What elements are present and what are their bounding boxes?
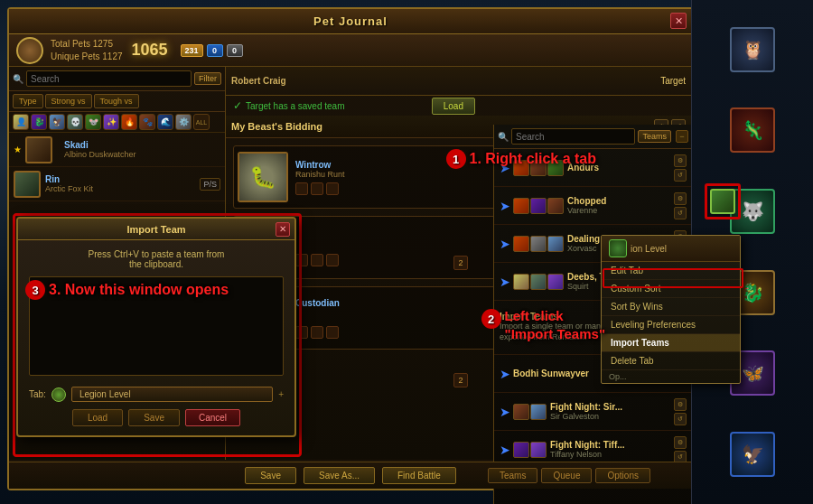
options-button[interactable]: Options: [595, 468, 649, 483]
team-pet-icon-ft2: [530, 442, 547, 458]
bottom-bar: Save Save As... Find Battle Teams Queue …: [9, 462, 692, 489]
dialog-tab-icon: [51, 387, 66, 402]
gear-icon-chopped-1[interactable]: ⚙: [674, 192, 687, 205]
context-import-teams[interactable]: Import Teams: [602, 334, 740, 352]
search-icon: 🔍: [13, 74, 23, 84]
gear-icon-fs-1[interactable]: ⚙: [674, 398, 687, 411]
type-icon-dragon[interactable]: 🐉: [31, 114, 47, 130]
team-list-chopped[interactable]: ➤ Chopped Varenne ⚙ ↺: [494, 187, 692, 225]
context-delete-tab[interactable]: Delete Tab: [602, 352, 740, 370]
team-pet-icon-d1: [513, 236, 529, 252]
team-chopped-info: Chopped Varenne: [567, 196, 674, 215]
context-edit-tab[interactable]: Edit Tab: [602, 262, 740, 280]
import-team-dialog: Import Team ✕ Press Ctrl+V to paste a te…: [16, 217, 296, 437]
team-fight-tiff-info: Fight Night: Tiff... Tiffany Nelson: [550, 440, 674, 459]
gear-icon-fs-2[interactable]: ↺: [674, 413, 687, 425]
pet-list-item-skadi[interactable]: ★ Skadi Albino Duskwatcher: [9, 133, 225, 167]
load-button[interactable]: Load: [432, 98, 475, 115]
team-fight-tiff-sub: Tiffany Nelson: [550, 450, 674, 459]
team-pet-icons-dealing: [513, 236, 564, 252]
team-pet-icons-chopped: [513, 198, 564, 214]
team-pet-icons-deebs: [513, 274, 564, 290]
context-leveling-prefs[interactable]: Leveling Preferences: [602, 316, 740, 334]
find-battle-button[interactable]: Find Battle: [382, 467, 456, 484]
star-icon-skadi: ★: [14, 145, 22, 154]
type-icons-row: 👤 🐉 🦅 💀 🐭 ✨ 🔥 🐾 🌊 ⚙️ ALL: [9, 112, 225, 133]
player-name: Robert Craig: [231, 76, 286, 86]
type-icon-aquatic[interactable]: 🌊: [157, 114, 173, 130]
save-button[interactable]: Save: [245, 467, 296, 484]
save-as-button[interactable]: Save As...: [304, 467, 375, 484]
team-fight-tiff-name: Fight Night: Tiff...: [550, 440, 674, 450]
queue-button[interactable]: Queue: [541, 468, 592, 483]
journal-header: Total Pets 1275 Unique Pets 1127 1065 23…: [9, 34, 692, 67]
team-pet-icon-c1: [513, 198, 529, 214]
teams-tab-button-bottom[interactable]: Teams: [488, 468, 537, 483]
context-tab-icon: [609, 239, 627, 257]
ability-icon-8: [311, 326, 323, 339]
team-pet-icon-3: [547, 160, 564, 176]
ability-icon-6: [326, 254, 339, 266]
teams-search-input[interactable]: [511, 128, 635, 145]
tab-type[interactable]: Type: [13, 94, 43, 108]
dialog-save-button[interactable]: Save: [128, 409, 180, 426]
team-pet-icon-c3: [547, 198, 564, 214]
gear-icon-ft-1[interactable]: ⚙: [674, 436, 687, 449]
team-andurs-name: Andurs: [567, 163, 674, 173]
type-icon-elemental[interactable]: 🔥: [121, 114, 137, 130]
count-badge-1: 231: [181, 44, 203, 57]
dialog-close-button[interactable]: ✕: [276, 222, 290, 237]
type-icon-critter[interactable]: 🐭: [85, 114, 101, 130]
dialog-buttons: Load Save Cancel: [29, 409, 284, 426]
dialog-textarea[interactable]: [29, 276, 284, 376]
type-icon-beast[interactable]: 🐾: [139, 114, 155, 130]
team-pet-icon-db2: [530, 274, 547, 290]
team-fight-sir-gear: ⚙ ↺: [674, 398, 687, 425]
close-button[interactable]: ✕: [670, 13, 687, 29]
dialog-tab-name: Legion Level: [71, 387, 273, 402]
team-pet-icon-d2: [530, 236, 547, 252]
arrow-icon-deebs: ➤: [500, 275, 510, 289]
teams-tab-button[interactable]: Teams: [638, 130, 671, 143]
slot-3-number: 2: [453, 373, 468, 387]
type-icon-flying[interactable]: 🦅: [49, 114, 65, 130]
gear-icon-chopped-2[interactable]: ↺: [674, 207, 687, 219]
team-list-andurs[interactable]: ➤ Andurs ⚙ ↺: [494, 149, 692, 187]
target-saved-row: ✓ Target has a saved team Load: [226, 96, 691, 116]
type-icon-magic[interactable]: ✨: [103, 114, 119, 130]
pet-icon-skadi: [25, 136, 52, 163]
target-label[interactable]: Target: [660, 76, 686, 86]
gear-icon-andurs-1[interactable]: ⚙: [674, 154, 687, 167]
context-custom-sort[interactable]: Custom Sort: [602, 280, 740, 298]
type-icon-humanoid[interactable]: 👤: [13, 114, 29, 130]
type-icon-undead[interactable]: 💀: [67, 114, 83, 130]
arrow-icon-dealing: ➤: [500, 237, 510, 251]
team-pet-icon-ft1: [513, 442, 529, 458]
count-badge-3: 0: [227, 44, 243, 57]
dialog-tab-label: Tab:: [29, 389, 46, 399]
type-icon-all[interactable]: ALL: [193, 114, 210, 130]
check-icon: ✓: [233, 99, 242, 112]
journal-header-icon: [16, 37, 43, 64]
pet-skadi-subname: Albino Duskwatcher: [64, 150, 220, 159]
dialog-load-button[interactable]: Load: [72, 409, 123, 426]
dialog-instruction: Press Ctrl+V to paste a team from the cl…: [29, 249, 284, 269]
pet-rin-subname: Arctic Fox Kit: [45, 184, 200, 193]
team-pet-icon-fs2: [530, 404, 547, 420]
team-header-bar: Robert Craig Target: [226, 67, 691, 96]
count-badge-2: 0: [207, 44, 223, 57]
tab-strong-vs[interactable]: Strong vs: [45, 94, 92, 108]
team-chopped-name: Chopped: [567, 196, 674, 206]
tab-tough-vs[interactable]: Tough vs: [94, 94, 139, 108]
team-list-fight-sir[interactable]: ➤ Fight Night: Sir... Sir Galveston ⚙ ↺: [494, 393, 692, 431]
context-sort-wins[interactable]: Sort By Wins: [602, 298, 740, 316]
gear-icon-andurs-2[interactable]: ↺: [674, 169, 687, 182]
pet-search-input[interactable]: [26, 70, 192, 87]
dialog-cancel-button[interactable]: Cancel: [185, 409, 240, 426]
pet-list-item-rin[interactable]: Rin Arctic Fox Kit P/S: [9, 167, 225, 201]
team-pet-icon-d3: [547, 236, 564, 252]
type-icon-mechanical[interactable]: ⚙️: [175, 114, 192, 130]
dialog-tab-arrow[interactable]: +: [278, 389, 284, 399]
arrow-icon-bodhi: ➤: [500, 367, 510, 381]
filter-button[interactable]: Filter: [194, 72, 221, 85]
